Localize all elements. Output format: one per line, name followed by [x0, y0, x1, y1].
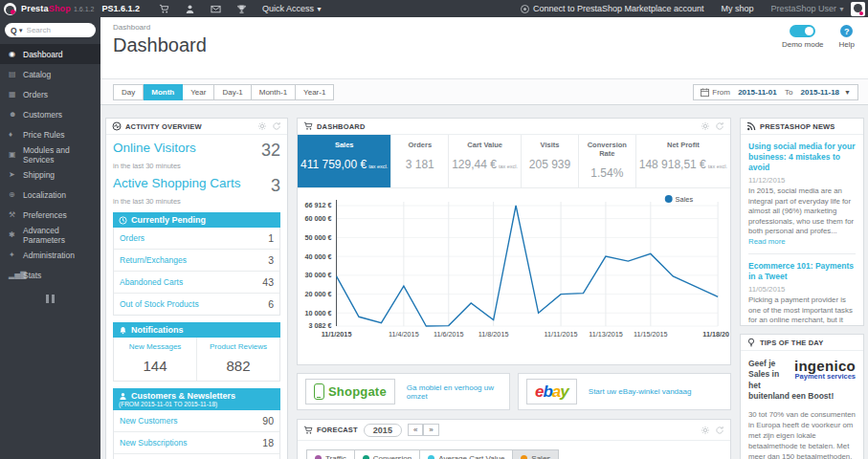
kpi-sales[interactable]: Sales411 759,00 €tax excl.	[298, 135, 391, 187]
ebay-link[interactable]: Start uw eBay-winkel vandaag	[589, 387, 692, 396]
svg-text:11/8/2015: 11/8/2015	[479, 330, 509, 339]
sidebar-item-dashboard[interactable]: ◉Dashboard	[0, 44, 100, 64]
gear-icon[interactable]	[701, 121, 710, 131]
shopgate-banner[interactable]: Shopgate Ga mobiel en verhoog uw omzet	[297, 373, 510, 410]
refresh-icon[interactable]	[715, 121, 724, 131]
trophy-icon[interactable]	[236, 4, 247, 14]
news-article-title[interactable]: Ecommerce 101: Payments in a Tweet	[748, 261, 856, 282]
filter-month[interactable]: Month	[144, 84, 183, 100]
forecast-prev-button[interactable]: «	[408, 424, 423, 436]
brand-version: 1.6.1.2	[74, 6, 94, 12]
list-row-new-subscriptions: New Subscriptions18	[114, 432, 279, 454]
forecast-legend-traffic[interactable]: Traffic	[306, 449, 355, 459]
ebay-banner[interactable]: ebay Start uw eBay-winkel vandaag	[518, 373, 731, 410]
refresh-icon[interactable]	[715, 426, 724, 435]
filter-month-1[interactable]: Month-1	[252, 84, 296, 100]
sales-line-chart[interactable]: 3 082 €10 000 €20 000 €30 000 €40 000 €5…	[299, 190, 729, 361]
forecast-legend-sales[interactable]: Sales	[513, 449, 559, 459]
sidebar-item-customers[interactable]: ☻Customers	[0, 104, 100, 124]
online-visitors-subtitle: in the last 30 minutes	[113, 162, 280, 170]
filter-year[interactable]: Year	[183, 84, 214, 100]
forecast-legend-conversion[interactable]: Conversion	[355, 449, 420, 459]
sidebar-item-localization[interactable]: ⊕Localization	[0, 185, 100, 205]
row-label-link[interactable]: Orders	[120, 233, 145, 243]
list-row-abandoned-carts: Abandoned Carts43	[114, 272, 279, 294]
kpi-conversion-rate[interactable]: Conversion Rate1.54%	[579, 135, 636, 187]
demo-mode-label: Demo mode	[782, 40, 824, 49]
sidebar-item-orders[interactable]: ▦Orders	[0, 84, 100, 104]
marketplace-icon	[521, 5, 529, 13]
kpi-value: 411 759,00 €tax excl.	[300, 158, 388, 171]
gear-icon[interactable]	[257, 121, 267, 131]
shopgate-logo: Shopgate	[305, 379, 395, 404]
user-avatar[interactable]	[851, 2, 865, 16]
refresh-icon[interactable]	[272, 121, 281, 131]
panel-title: DASHBOARD	[317, 122, 366, 131]
row-label-link[interactable]: Out of Stock Products	[120, 299, 199, 309]
page-header: Dashboard Dashboard Demo mode ? Help	[100, 17, 868, 78]
read-more-link[interactable]: Read more	[748, 237, 786, 246]
messages-icon[interactable]	[211, 4, 221, 14]
rss-icon	[746, 121, 756, 131]
active-carts-value: 3	[271, 176, 280, 196]
svg-text:11/4/2015: 11/4/2015	[389, 330, 419, 339]
legend-dot-icon	[521, 455, 527, 459]
demo-mode-toggle[interactable]	[790, 25, 815, 37]
customer-icon[interactable]	[185, 4, 195, 14]
notification-product-reviews[interactable]: Product Reviews882	[196, 338, 279, 381]
kpi-value: 3 181	[394, 158, 445, 171]
sidebar-item-price-rules[interactable]: ♦Price Rules	[0, 124, 100, 144]
shop-code: PS1.6.1.2	[101, 4, 140, 13]
row-label-link[interactable]: New Customers	[120, 416, 177, 426]
calendar-icon	[701, 88, 709, 97]
brand-name: PrestaShop	[21, 4, 71, 13]
sidebar-item-administration[interactable]: ✦Administration	[0, 245, 100, 265]
sidebar-item-modules-and-services[interactable]: ▣Modules and Services	[0, 144, 100, 164]
kpi-orders[interactable]: Orders3 181	[391, 135, 449, 187]
notification-new-messages[interactable]: New Messages144	[114, 338, 196, 381]
sidebar-item-shipping[interactable]: ➤Shipping	[0, 164, 100, 185]
advanced-parameters-icon: ✱	[9, 230, 23, 239]
kpi-net-profit[interactable]: Net Profit148 918,51 €tax excl.	[636, 135, 730, 187]
user-menu[interactable]: PrestaShop User▼	[771, 4, 845, 13]
svg-text:66 912 €: 66 912 €	[305, 201, 332, 209]
row-label-link[interactable]: Abandoned Carts	[120, 277, 183, 287]
help-icon[interactable]: ?	[840, 25, 853, 37]
news-article-title[interactable]: Using social media for your business: 4 …	[748, 142, 856, 173]
online-visitors-link[interactable]: Online Visitors	[113, 141, 196, 155]
currently-pending-header: Currently Pending	[113, 212, 280, 228]
filter-day-1[interactable]: Day-1	[214, 84, 251, 100]
search-input[interactable]	[27, 26, 82, 34]
gear-icon[interactable]	[701, 426, 710, 435]
date-range-button[interactable]: From 2015-11-01 To 2015-11-18 ▼	[693, 84, 858, 100]
sidebar-search[interactable]: Q ▼	[5, 23, 96, 37]
kpi-visits[interactable]: Visits205 939	[522, 135, 579, 187]
cart-icon[interactable]	[159, 4, 169, 14]
filter-year-1[interactable]: Year-1	[296, 84, 334, 100]
forecast-legend-average-cart-value[interactable]: Average Cart Value	[420, 449, 513, 459]
svg-text:11/11/2015: 11/11/2015	[545, 330, 578, 339]
chevron-down-icon: ▼	[838, 6, 845, 12]
row-label-link[interactable]: New Subscriptions	[120, 438, 187, 448]
period-filter-group: DayMonthYearDay-1Month-1Year-1	[113, 84, 334, 100]
sidebar-item-stats[interactable]: ▂▅▇Stats	[0, 265, 100, 285]
sidebar-collapse-button[interactable]	[45, 295, 56, 303]
sidebar-item-catalog[interactable]: ▤Catalog	[0, 64, 100, 84]
my-shop-link[interactable]: My shop	[722, 4, 754, 13]
sidebar-item-advanced-parameters[interactable]: ✱Advanced Parameters	[0, 225, 100, 245]
bell-icon	[119, 326, 127, 335]
marketplace-link[interactable]: Connect to PrestaShop Marketplace accoun…	[521, 4, 704, 13]
sidebar-item-preferences[interactable]: ⚒Preferences	[0, 205, 100, 225]
cart-icon	[303, 426, 313, 435]
forecast-next-button[interactable]: »	[423, 424, 438, 436]
active-carts-link[interactable]: Active Shopping Carts	[113, 176, 241, 190]
filter-day[interactable]: Day	[113, 84, 144, 100]
sidebar-item-label: Stats	[23, 271, 41, 280]
demo-mode-control: Demo mode	[782, 25, 824, 49]
shopgate-link[interactable]: Ga mobiel en verhoog uw omzet	[407, 383, 501, 401]
sidebar-item-label: Customers	[23, 110, 62, 120]
sidebar-item-label: Dashboard	[23, 50, 63, 59]
row-label-link[interactable]: Return/Exchanges	[120, 255, 187, 265]
quick-access-menu[interactable]: Quick Access▼	[262, 4, 323, 13]
kpi-cart-value[interactable]: Cart Value129,44 €tax excl.	[449, 135, 522, 187]
